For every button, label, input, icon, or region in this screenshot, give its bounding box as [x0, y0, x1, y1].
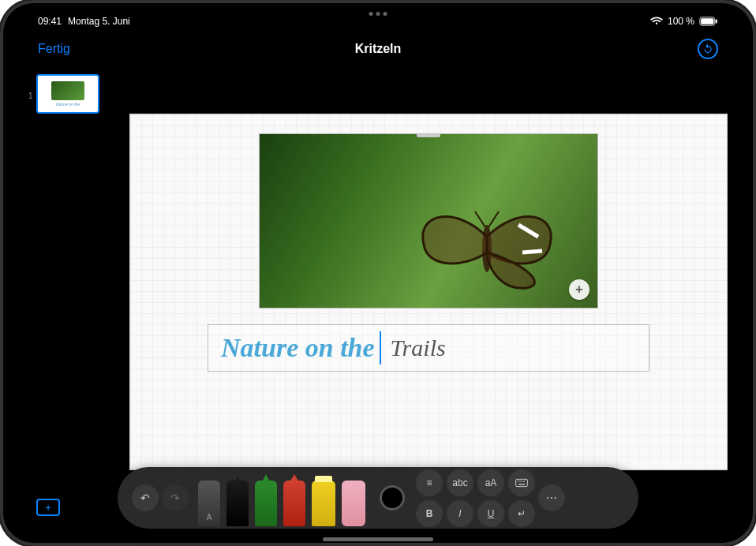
image-insert-button[interactable]: +	[569, 279, 589, 300]
svg-rect-6	[516, 479, 528, 486]
svg-rect-2	[716, 19, 717, 23]
revert-button[interactable]	[698, 39, 718, 59]
svg-rect-7	[518, 481, 518, 481]
more-button[interactable]: ⋯	[538, 484, 565, 511]
image-resize-handle[interactable]	[417, 133, 440, 137]
underline-button[interactable]: U	[477, 500, 504, 527]
slide-navigator: 1 Nature on the +	[21, 66, 106, 525]
battery-percent: 100 %	[668, 16, 694, 27]
pen-tool[interactable]	[226, 481, 249, 526]
thumbnail-number: 1	[28, 92, 33, 100]
page-title: Kritzeln	[355, 42, 402, 56]
eraser-tool[interactable]	[342, 481, 365, 526]
svg-line-4	[475, 211, 485, 227]
typed-text: Nature on the	[221, 333, 375, 363]
crayon-tool[interactable]	[283, 481, 305, 526]
svg-rect-1	[701, 18, 713, 24]
ipad-frame: 09:41 Montag 5. Juni 100 % Fertig Kritze…	[0, 0, 756, 546]
done-button[interactable]: Fertig	[38, 42, 70, 56]
slide-canvas-wrap: + Nature on the Trails	[129, 114, 728, 470]
status-bar: 09:41 Montag 5. Juni 100 %	[0, 13, 756, 30]
handwritten-text: Trails	[391, 335, 446, 361]
slide-canvas[interactable]: + Nature on the Trails	[129, 114, 728, 470]
align-button[interactable]: ≡	[416, 469, 443, 496]
bold-button[interactable]: B	[416, 500, 443, 527]
add-slide-button[interactable]: +	[36, 499, 60, 516]
title-text-box[interactable]: Nature on the Trails	[208, 324, 649, 372]
svg-rect-9	[522, 481, 522, 481]
slide-thumbnail-1[interactable]: 1 Nature on the	[36, 74, 99, 114]
slide-image[interactable]: +	[259, 133, 598, 309]
redo-button[interactable]: ↷	[162, 484, 189, 511]
status-time: 09:41	[38, 16, 62, 27]
butterfly-graphic	[408, 197, 566, 292]
markup-toolbar: ↶ ↷ ≡ abc aA B I U ↵ ⋯	[118, 467, 638, 529]
thumbnail-preview-text: Nature on the	[56, 102, 80, 107]
marker-tool[interactable]	[255, 481, 277, 526]
text-cursor	[380, 331, 381, 365]
svg-rect-11	[518, 484, 525, 484]
color-picker[interactable]	[380, 485, 405, 510]
highlighter-tool[interactable]	[312, 481, 335, 526]
autocomplete-button[interactable]: abc	[447, 469, 473, 496]
scribble-tool[interactable]	[198, 481, 220, 526]
return-button[interactable]: ↵	[508, 500, 535, 527]
wifi-icon	[650, 17, 663, 26]
home-indicator[interactable]	[323, 537, 433, 541]
navigation-bar: Fertig Kritzeln	[0, 35, 756, 63]
thumbnail-preview-image	[51, 81, 84, 100]
svg-rect-10	[524, 481, 525, 481]
keyboard-button[interactable]	[508, 469, 535, 496]
text-size-button[interactable]: aA	[477, 469, 504, 496]
drawing-tools-group	[198, 469, 365, 526]
text-format-group: ≡ abc aA B I U ↵	[416, 469, 535, 527]
svg-line-5	[488, 211, 499, 227]
content-area: 1 Nature on the +	[21, 66, 735, 525]
italic-button[interactable]: I	[447, 500, 473, 527]
undo-button[interactable]: ↶	[132, 484, 159, 511]
svg-rect-8	[519, 481, 520, 481]
status-date: Montag 5. Juni	[68, 16, 130, 27]
battery-icon	[699, 17, 718, 26]
